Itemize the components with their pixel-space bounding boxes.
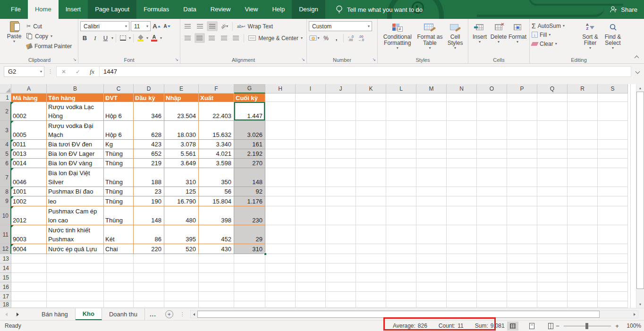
fill-button[interactable]: ↓Fill▾: [532, 30, 579, 39]
cell-M12[interactable]: [416, 244, 447, 254]
share-button[interactable]: Share: [610, 0, 637, 19]
format-as-table-button[interactable]: Format as Table ▾: [415, 20, 445, 56]
sheet-tab-doanh-thu[interactable]: Doanh thu: [102, 308, 145, 320]
cell-P14[interactable]: [507, 263, 537, 273]
cell-R8[interactable]: [568, 187, 598, 196]
cell-F14[interactable]: [199, 263, 234, 273]
cell-C10[interactable]: Thùng: [104, 206, 134, 225]
cell-G11[interactable]: 29: [234, 225, 265, 244]
cell-E14[interactable]: [164, 263, 199, 273]
cell-K16[interactable]: [356, 282, 386, 292]
cell-C11[interactable]: Két: [104, 225, 134, 244]
cell-E7[interactable]: 310: [164, 168, 199, 187]
cell-Q18[interactable]: [537, 301, 568, 308]
cell-N6[interactable]: [447, 159, 477, 168]
cell-B7[interactable]: Bia lon Đại Việt Silver: [47, 168, 104, 187]
italic-button[interactable]: I: [91, 34, 100, 43]
cell-G1[interactable]: Cuối kỳ: [234, 93, 265, 102]
cell-J5[interactable]: [326, 149, 356, 159]
font-color-button[interactable]: A: [150, 34, 159, 43]
row-header-7[interactable]: 7: [0, 168, 11, 187]
cell-I18[interactable]: [296, 301, 326, 308]
cell-Q16[interactable]: [537, 282, 568, 292]
cell-K18[interactable]: [356, 301, 386, 308]
cell-I11[interactable]: [296, 225, 326, 244]
cell-N3[interactable]: [447, 121, 477, 140]
row-header-16[interactable]: 16: [0, 282, 11, 292]
merge-center-button[interactable]: Merge & Center ▾: [246, 33, 305, 43]
cell-A8[interactable]: 1001: [11, 187, 47, 196]
number-dialog-launcher[interactable]: ↘: [372, 58, 376, 62]
borders-button[interactable]: [119, 34, 127, 43]
cell-N9[interactable]: [447, 196, 477, 206]
cell-Q5[interactable]: [537, 149, 568, 159]
cell-N5[interactable]: [447, 149, 477, 159]
cell-R2[interactable]: [568, 102, 598, 121]
sort-filter-button[interactable]: AZ Sort & Filter ▾: [579, 20, 602, 56]
horizontal-scroll-thumb[interactable]: [197, 311, 600, 318]
cell-C18[interactable]: [104, 301, 134, 308]
cell-F15[interactable]: [199, 273, 234, 282]
fill-handle[interactable]: [264, 253, 267, 255]
column-header-D[interactable]: D: [134, 84, 164, 93]
cell-R13[interactable]: [568, 254, 598, 263]
cell-P6[interactable]: [507, 159, 537, 168]
cell-A1[interactable]: Mã hàng: [11, 93, 47, 102]
cell-N13[interactable]: [447, 254, 477, 263]
cell-P4[interactable]: [507, 140, 537, 149]
increase-font-size-button[interactable]: A: [152, 22, 161, 31]
cell-D1[interactable]: Đầu kỳ: [134, 93, 164, 102]
cell-G7[interactable]: 148: [234, 168, 265, 187]
cell-H17[interactable]: [265, 292, 296, 301]
insert-cells-button[interactable]: Insert ▾: [470, 20, 489, 56]
scroll-up-icon[interactable]: ▲: [636, 84, 644, 92]
cell-A14[interactable]: [11, 263, 47, 273]
cell-C12[interactable]: Chai: [104, 244, 134, 254]
copy-button[interactable]: Copy▾: [25, 31, 73, 41]
cell-A9[interactable]: 1002: [11, 196, 47, 206]
cell-Q3[interactable]: [537, 121, 568, 140]
cell-Q7[interactable]: [537, 168, 568, 187]
cell-H12[interactable]: [265, 244, 296, 254]
cell-N18[interactable]: [447, 301, 477, 308]
cell-P17[interactable]: [507, 292, 537, 301]
cell-J14[interactable]: [326, 263, 356, 273]
cell-D15[interactable]: [134, 273, 164, 282]
cell-K9[interactable]: [356, 196, 386, 206]
cell-O1[interactable]: [477, 93, 507, 102]
cell-K8[interactable]: [356, 187, 386, 196]
cell-P3[interactable]: [507, 121, 537, 140]
cell-A12[interactable]: 9004: [11, 244, 47, 254]
cell-P5[interactable]: [507, 149, 537, 159]
cell-E11[interactable]: 395: [164, 225, 199, 244]
cell-E6[interactable]: 3.649: [164, 159, 199, 168]
cell-J12[interactable]: [326, 244, 356, 254]
cell-K2[interactable]: [356, 102, 386, 121]
cell-D3[interactable]: 628: [134, 121, 164, 140]
comma-style-button[interactable]: ,: [332, 34, 341, 43]
cell-I13[interactable]: [296, 254, 326, 263]
cell-H13[interactable]: [265, 254, 296, 263]
cell-G17[interactable]: [234, 292, 265, 301]
cell-B13[interactable]: [47, 254, 104, 263]
cell-B2[interactable]: Rượu vodka Lạc Hồng: [47, 102, 104, 121]
cell-Q1[interactable]: [537, 93, 568, 102]
ribbon-tab-file[interactable]: File: [4, 0, 28, 19]
cell-E17[interactable]: [164, 292, 199, 301]
cell-Q9[interactable]: [537, 196, 568, 206]
cell-B12[interactable]: Nước ép quả Lựu: [47, 244, 104, 254]
cell-F17[interactable]: [199, 292, 234, 301]
cell-L17[interactable]: [386, 292, 416, 301]
column-header-I[interactable]: I: [296, 84, 326, 93]
row-header-1[interactable]: 1: [0, 93, 11, 102]
dropdown-icon[interactable]: ▾: [129, 36, 131, 40]
cell-G6[interactable]: 270: [234, 159, 265, 168]
row-header-15[interactable]: 15: [0, 273, 11, 282]
row-header-12[interactable]: 12: [0, 244, 11, 254]
cell-H18[interactable]: [265, 301, 296, 308]
row-header-18[interactable]: 18: [0, 301, 11, 308]
cell-B16[interactable]: [47, 282, 104, 292]
cell-R14[interactable]: [568, 263, 598, 273]
cell-D14[interactable]: [134, 263, 164, 273]
cell-R16[interactable]: [568, 282, 598, 292]
